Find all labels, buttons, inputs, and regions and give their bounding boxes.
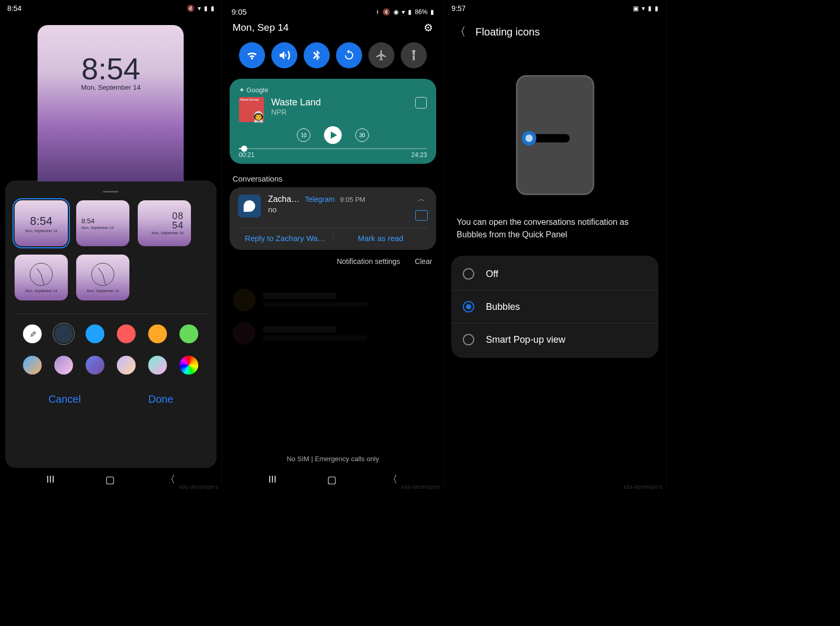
color-dark[interactable] — [54, 324, 73, 343]
qs-rotate[interactable] — [336, 42, 362, 68]
quick-settings — [222, 40, 444, 77]
cancel-button[interactable]: Cancel — [49, 393, 81, 405]
app-icon: ▣ — [633, 5, 639, 12]
options-list: Off Bubbles Smart Pop-up view — [451, 256, 658, 358]
preview-time: 8:54 — [81, 51, 140, 86]
avatar-icon — [238, 195, 261, 218]
forward-button[interactable]: 30 — [355, 128, 369, 142]
media-subtitle: NPR — [271, 108, 409, 116]
status-icons: ▣ ▾ ▮ ▮ — [632, 5, 658, 12]
home-button[interactable]: ▢ — [105, 474, 115, 486]
color-green[interactable] — [179, 324, 198, 343]
status-icons: ᚼ 🔇 ◉ ▾ ▮ 86% ▮ — [375, 8, 434, 16]
collapse-icon[interactable]: ︿ — [418, 195, 425, 204]
option-smart-popup[interactable]: Smart Pop-up view — [451, 323, 658, 356]
panel-date: Mon, Sep 14 — [233, 22, 289, 33]
back-icon[interactable]: 〈 — [454, 24, 466, 40]
lockscreen-preview: 8:54 Mon, September 14 — [38, 25, 184, 182]
msg-time: 9:05 PM — [340, 196, 365, 203]
screen-clockstyle: 8:54 🔇 ▾ ▮ ▮ 8:54 Mon, September 14 8:54… — [0, 0, 222, 491]
status-bar: 9:57 ▣ ▾ ▮ ▮ — [444, 0, 666, 15]
cast-device-icon[interactable] — [415, 97, 427, 109]
option-bubbles[interactable]: Bubbles — [451, 291, 658, 323]
battery-pct: 86% — [415, 8, 427, 16]
conversation-card[interactable]: Zacha… Telegram 9:05 PM no ︿ Reply to Za… — [230, 187, 437, 250]
analog-clock-icon — [91, 263, 114, 286]
wifi-icon: ▾ — [642, 5, 645, 12]
clock-option-2[interactable]: 8:54 Mon, September 14 — [76, 200, 129, 246]
clock-option-1[interactable]: 8:54 Mon, September 14 — [15, 200, 68, 246]
wifi-icon: ▾ — [402, 8, 405, 16]
color-blue[interactable] — [86, 324, 104, 343]
clock-option-3[interactable]: 0854 Mon, September 14 — [138, 200, 191, 246]
background-content — [222, 273, 444, 360]
status-time: 8:54 — [7, 4, 21, 13]
play-button[interactable] — [324, 126, 342, 144]
mute-icon: 🔇 — [187, 5, 195, 12]
notif-footer: Notification settings Clear — [222, 250, 444, 273]
mute-icon: 🔇 — [382, 8, 390, 16]
conversations-header: Conversations — [222, 166, 444, 187]
page-title: Floating icons — [475, 26, 539, 38]
color-orange[interactable] — [148, 324, 167, 343]
progress-bar[interactable] — [239, 148, 427, 149]
popup-icon[interactable] — [415, 210, 428, 221]
total-time: 24:23 — [411, 151, 427, 159]
clear-button[interactable]: Clear — [415, 257, 432, 266]
recents-button[interactable]: III — [46, 474, 55, 485]
color-red[interactable] — [117, 324, 136, 343]
clock-option-4[interactable]: Mon, September 14 — [15, 255, 68, 300]
qs-bluetooth[interactable] — [304, 42, 330, 68]
qs-wifi[interactable] — [239, 42, 265, 68]
qs-flashlight[interactable] — [401, 42, 427, 68]
signal-icon: ▮ — [204, 5, 208, 12]
color-custom[interactable] — [23, 324, 42, 343]
reply-button[interactable]: Reply to Zachary Wa… — [238, 234, 333, 243]
home-button[interactable]: ▢ — [327, 474, 337, 486]
app-name: Telegram — [305, 195, 335, 203]
status-bar: 8:54 🔇 ▾ ▮ ▮ — [0, 0, 222, 15]
signal-icon: ▮ — [408, 8, 412, 16]
page-description: You can open the conversations notificat… — [444, 216, 666, 241]
notification-settings-link[interactable]: Notification settings — [337, 257, 400, 266]
illus-bar — [533, 134, 570, 142]
color-gradient-5[interactable] — [148, 356, 167, 375]
preview-date: Mon, September 14 — [81, 83, 140, 91]
media-title: Waste Land — [271, 97, 409, 108]
battery-icon: ▮ — [430, 8, 434, 16]
msg-preview: no — [268, 205, 409, 214]
color-rainbow[interactable] — [179, 356, 198, 375]
qs-sound[interactable] — [271, 42, 297, 68]
panel-actions: Cancel Done — [15, 389, 207, 410]
qs-airplane[interactable] — [368, 42, 394, 68]
radio-icon — [463, 268, 474, 280]
sim-status: No SIM | Emergency calls only — [222, 450, 444, 468]
watermark: xda-developers — [401, 484, 440, 490]
clock-style-panel: 8:54 Mon, September 14 8:54 Mon, Septemb… — [5, 180, 217, 468]
location-icon: ◉ — [393, 8, 399, 16]
color-gradient-1[interactable] — [23, 356, 42, 375]
page-header: 〈 Floating icons — [444, 15, 666, 49]
rewind-button[interactable]: 10 — [297, 128, 310, 142]
screen-notification-panel: 9:05 ᚼ 🔇 ◉ ▾ ▮ 86% ▮ Mon, Sep 14 ⚙ ✦ Goo… — [222, 0, 445, 491]
recents-button[interactable]: III — [268, 474, 277, 485]
clock-style-grid: 8:54 Mon, September 14 8:54 Mon, Septemb… — [15, 200, 207, 300]
back-button[interactable]: 〈 — [388, 473, 398, 486]
media-card[interactable]: ✦ Google Planet Money Waste Land NPR 10 … — [230, 79, 437, 164]
color-gradient-3[interactable] — [86, 356, 104, 375]
watermark: xda-developers — [179, 484, 218, 490]
color-gradient-4[interactable] — [117, 356, 136, 375]
drag-handle-icon[interactable] — [103, 191, 118, 192]
panel-header: Mon, Sep 14 ⚙ — [222, 18, 444, 40]
back-button[interactable]: 〈 — [165, 473, 175, 486]
bluetooth-icon: ᚼ — [376, 8, 379, 16]
battery-icon: ▮ — [211, 5, 214, 12]
color-gradient-2[interactable] — [54, 356, 73, 375]
battery-icon: ▮ — [655, 5, 658, 12]
done-button[interactable]: Done — [148, 393, 173, 405]
option-off[interactable]: Off — [451, 258, 658, 291]
analog-clock-icon — [30, 263, 53, 286]
clock-option-5[interactable]: Mon, September 14 — [76, 255, 129, 300]
mark-read-button[interactable]: Mark as read — [333, 234, 428, 243]
settings-icon[interactable]: ⚙ — [424, 21, 433, 34]
